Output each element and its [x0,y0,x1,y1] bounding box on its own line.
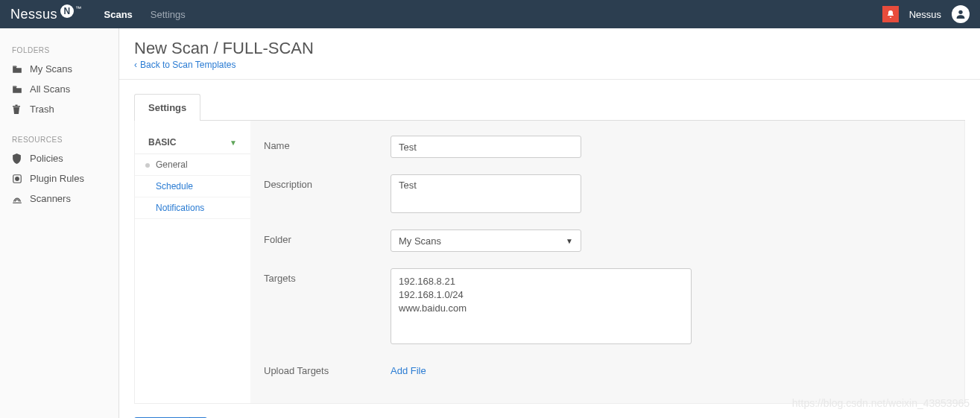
label-folder: Folder [264,229,391,245]
main: New Scan / FULL-SCAN ‹ Back to Scan Temp… [119,28,980,418]
back-link[interactable]: ‹ Back to Scan Templates [134,60,236,70]
section-label: BASIC [148,137,176,148]
nav-notifications[interactable]: Notifications [135,197,250,219]
folder-icon [12,65,22,74]
sidebar-item-all-scans[interactable]: All Scans [0,79,118,99]
plugin-icon [12,174,22,184]
sidebar-item-policies[interactable]: Policies [0,148,118,168]
label-description: Description [264,174,391,190]
sidebar-label: Plugin Rules [30,173,84,184]
nav-settings[interactable]: Settings [151,9,186,20]
top-nav: Scans Settings [104,9,186,20]
folder-icon [12,85,22,94]
panel-nav: BASIC ▼ General Schedule Notifications [135,121,250,403]
label-upload: Upload Targets [264,361,391,376]
sidebar-item-my-scans[interactable]: My Scans [0,59,118,79]
sidebar-heading-resources: RESOURCES [0,130,118,148]
label-targets: Targets [264,268,391,284]
user-label: Nessus [909,9,941,20]
user-avatar[interactable] [952,5,970,23]
add-file-link[interactable]: Add File [391,361,426,376]
sidebar: FOLDERS My Scans All Scans Trash RESOURC… [0,28,119,418]
form-area: Name Description Test Folder My Scans ▼ [250,121,964,403]
nav-scans[interactable]: Scans [104,9,133,20]
logo[interactable]: Nessus N ™ [10,7,82,22]
sidebar-label: Policies [30,153,63,164]
input-description[interactable]: Test [391,174,581,213]
logo-badge: N [60,4,74,18]
row-targets: Targets 192.168.8.21 192.168.1.0/24 www.… [264,268,951,344]
row-upload: Upload Targets Add File [264,361,951,376]
user-icon [955,8,967,20]
row-name: Name [264,136,951,158]
page-title: New Scan / FULL-SCAN [134,39,965,58]
input-targets[interactable]: 192.168.8.21 192.168.1.0/24 www.baidu.co… [391,268,692,344]
topbar: Nessus N ™ Scans Settings Nessus [0,0,980,28]
svg-point-2 [16,177,19,180]
sidebar-label: Trash [30,104,54,115]
row-folder: Folder My Scans ▼ [264,229,951,252]
sidebar-item-plugin-rules[interactable]: Plugin Rules [0,168,118,189]
shield-icon [12,153,22,164]
input-name[interactable] [391,136,581,158]
page-header: New Scan / FULL-SCAN ‹ Back to Scan Temp… [119,28,980,80]
select-folder[interactable]: My Scans ▼ [391,229,581,252]
scanner-icon [12,194,22,204]
bell-icon [886,10,895,19]
layout: FOLDERS My Scans All Scans Trash RESOURC… [0,28,980,418]
nav-general[interactable]: General [135,154,250,176]
sidebar-item-trash[interactable]: Trash [0,99,118,119]
chevron-left-icon: ‹ [134,60,137,70]
alerts-button[interactable] [882,6,899,22]
logo-tm: ™ [75,5,82,12]
sidebar-heading-folders: FOLDERS [0,40,118,59]
row-description: Description Test [264,174,951,213]
sidebar-label: Scanners [30,193,71,204]
topbar-right: Nessus [882,5,970,23]
chevron-down-icon: ▼ [230,139,237,147]
section-basic[interactable]: BASIC ▼ [135,131,250,154]
caret-down-icon: ▼ [566,237,573,245]
back-link-text: Back to Scan Templates [140,60,236,70]
panel: BASIC ▼ General Schedule Notifications N… [134,121,965,404]
tab-settings[interactable]: Settings [134,94,200,121]
select-folder-value: My Scans [399,235,441,247]
trash-icon [12,104,22,115]
sidebar-item-scanners[interactable]: Scanners [0,189,118,209]
content: Settings BASIC ▼ General Schedule Notifi… [119,80,980,418]
svg-point-0 [958,10,962,14]
nav-schedule[interactable]: Schedule [135,176,250,197]
sidebar-label: My Scans [30,63,72,75]
sidebar-label: All Scans [30,83,70,95]
tabs: Settings [134,93,965,121]
label-name: Name [264,136,391,151]
logo-text: Nessus [10,7,57,22]
